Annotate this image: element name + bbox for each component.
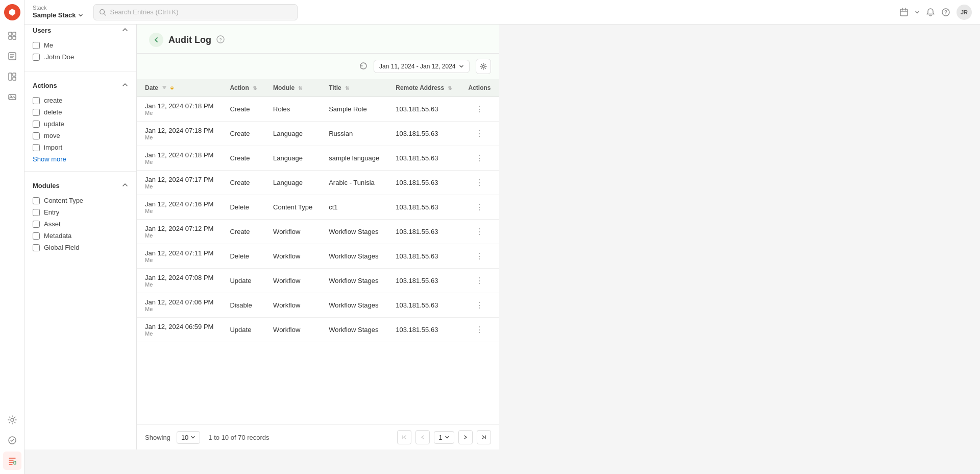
notification-icon[interactable]	[926, 8, 935, 17]
last-page-button[interactable]	[477, 430, 491, 444]
cell-date-9: Jan 12, 2024 06:59 PM Me	[137, 318, 222, 342]
row-actions-menu-5[interactable]: ⋮	[460, 220, 499, 244]
row-actions-menu-6[interactable]: ⋮	[460, 244, 499, 269]
filter-action-import[interactable]: import	[33, 141, 128, 153]
app-logo[interactable]	[4, 4, 20, 20]
cell-module-5: Workflow	[265, 220, 321, 244]
filter-module-entry[interactable]: Entry	[33, 206, 128, 218]
nav-dashboard[interactable]	[3, 27, 21, 45]
checkbox-module-global-field[interactable]	[33, 244, 40, 251]
project-selector[interactable]: Sample Stack	[33, 11, 83, 19]
cell-action-5: Create	[222, 220, 265, 244]
nav-deploy[interactable]	[3, 431, 21, 449]
filter-user-me[interactable]: Me	[33, 39, 128, 51]
actions-section-header: Actions	[33, 82, 128, 89]
calendar-icon[interactable]	[899, 8, 909, 17]
checkbox-action-update[interactable]	[33, 121, 40, 128]
row-actions-menu-7[interactable]: ⋮	[460, 269, 499, 293]
help-icon[interactable]: ?	[941, 8, 950, 17]
next-page-button[interactable]	[458, 430, 473, 444]
date-range-picker[interactable]: Jan 11, 2024 - Jan 12, 2024	[374, 60, 469, 73]
checkbox-action-move[interactable]	[33, 132, 40, 139]
filter-module-global-field[interactable]: Global Field	[33, 242, 128, 253]
filter-action-move[interactable]: move	[33, 130, 128, 141]
cell-title-0: Sample Role	[321, 97, 387, 122]
col-remote-address[interactable]: Remote Address ⇅	[387, 79, 460, 97]
nav-audit-log[interactable]	[3, 452, 21, 470]
chevron-down-icon[interactable]	[915, 10, 920, 15]
checkbox-module-entry[interactable]	[33, 209, 40, 216]
pagination-nav: 1	[397, 430, 491, 444]
show-more-actions[interactable]: Show more	[33, 153, 66, 163]
row-actions-menu-2[interactable]: ⋮	[460, 146, 499, 171]
filter-action-update[interactable]: update	[33, 118, 128, 130]
page-size-chevron	[190, 435, 195, 440]
modules-section-title: Modules	[33, 182, 60, 189]
modules-collapse-icon[interactable]	[122, 182, 128, 189]
cell-title-7: Workflow Stages	[321, 269, 387, 293]
cell-ip-5: 103.181.55.63	[387, 220, 460, 244]
avatar[interactable]: JR	[957, 5, 972, 20]
actions-collapse-icon[interactable]	[122, 82, 128, 89]
label-action-create: create	[44, 97, 62, 104]
checkbox-user-me[interactable]	[33, 42, 40, 49]
page-header: Audit Log ?	[137, 25, 499, 54]
current-page-selector[interactable]: 1	[434, 431, 454, 444]
row-actions-menu-9[interactable]: ⋮	[460, 318, 499, 342]
table-row: Jan 12, 2024 07:17 PM Me Create Language…	[137, 171, 499, 195]
row-actions-menu-0[interactable]: ⋮	[460, 97, 499, 122]
filter-module-metadata[interactable]: Metadata	[33, 230, 128, 242]
prev-page-button[interactable]	[415, 430, 430, 444]
checkbox-user-johndoe[interactable]	[33, 54, 40, 61]
col-module[interactable]: Module ⇅	[265, 79, 321, 97]
table-settings-button[interactable]	[476, 59, 491, 74]
layout-body: Filters Users Me .John Doe Actions	[24, 0, 499, 449]
checkbox-module-asset[interactable]	[33, 221, 40, 228]
cell-module-9: Workflow	[265, 318, 321, 342]
filter-action-create[interactable]: create	[33, 94, 128, 106]
page-help-icon[interactable]: ?	[216, 35, 225, 45]
filter-module-asset[interactable]: Asset	[33, 218, 128, 230]
pagination-bar: Showing 10 1 to 10 of 70 records 1	[137, 424, 499, 449]
icon-nav	[0, 0, 24, 474]
records-info: 1 to 10 of 70 records	[208, 434, 269, 441]
top-bar-actions: ? JR	[899, 5, 972, 20]
nav-settings[interactable]	[3, 411, 21, 429]
nav-media[interactable]	[3, 88, 21, 106]
svg-text:?: ?	[219, 37, 222, 42]
checkbox-action-import[interactable]	[33, 144, 40, 151]
svg-rect-19	[9, 94, 16, 100]
page-size-selector[interactable]: 10	[177, 431, 200, 444]
module-sort-icon: ⇅	[298, 85, 302, 91]
cell-action-7: Update	[222, 269, 265, 293]
row-actions-menu-4[interactable]: ⋮	[460, 195, 499, 220]
cell-date-5: Jan 12, 2024 07:12 PM Me	[137, 220, 222, 244]
checkbox-action-create[interactable]	[33, 97, 40, 104]
checkbox-module-content-type[interactable]	[33, 197, 40, 204]
row-actions-menu-1[interactable]: ⋮	[460, 122, 499, 146]
row-actions-menu-3[interactable]: ⋮	[460, 171, 499, 195]
page-back-button[interactable]	[149, 33, 163, 47]
cell-action-4: Delete	[222, 195, 265, 220]
col-date[interactable]: Date	[137, 79, 222, 97]
filter-action-delete[interactable]: delete	[33, 106, 128, 118]
col-title[interactable]: Title ⇅	[321, 79, 387, 97]
checkbox-action-delete[interactable]	[33, 109, 40, 116]
filter-user-johndoe[interactable]: .John Doe	[33, 51, 128, 63]
col-action[interactable]: Action ⇅	[222, 79, 265, 97]
checkbox-module-metadata[interactable]	[33, 232, 40, 240]
search-bar[interactable]: Search Entries (Ctrl+K)	[93, 4, 298, 20]
nav-content-type[interactable]	[3, 67, 21, 86]
label-module-asset: Asset	[44, 220, 61, 228]
row-actions-menu-8[interactable]: ⋮	[460, 293, 499, 318]
label-action-import: import	[44, 144, 62, 151]
svg-point-22	[9, 437, 16, 444]
refresh-button[interactable]	[359, 62, 368, 72]
cell-ip-9: 103.181.55.63	[387, 318, 460, 342]
users-collapse-icon[interactable]	[122, 27, 128, 34]
cell-title-3: Arabic - Tunisia	[321, 171, 387, 195]
filter-module-content-type[interactable]: Content Type	[33, 195, 128, 206]
nav-entries[interactable]	[3, 47, 21, 65]
first-page-button[interactable]	[397, 430, 411, 444]
cell-date-7: Jan 12, 2024 07:08 PM Me	[137, 269, 222, 293]
